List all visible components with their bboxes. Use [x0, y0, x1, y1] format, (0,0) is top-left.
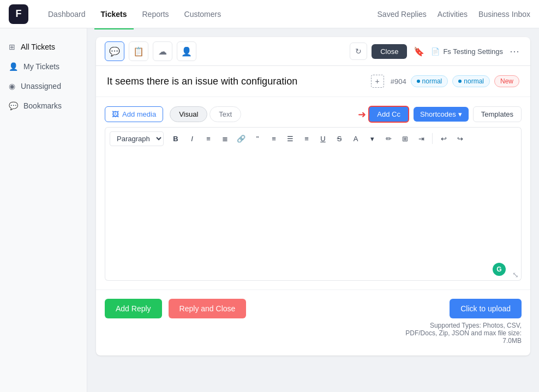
sidebar-label-unassigned: Unassigned [21, 82, 61, 91]
activity-view-btn[interactable]: ☁ [153, 41, 172, 61]
sidebar: ⊞ All Tickets 👤 My Tickets ◉ Unassigned … [0, 28, 87, 392]
settings-link[interactable]: 📄 Fs Testing Settings [431, 47, 503, 56]
ticket-toolbar: 💬 📋 ☁ 👤 ↻ Close 🔖 📄 Fs Testing Settings … [96, 37, 530, 66]
priority-dot [417, 80, 420, 83]
person-icon: 👤 [9, 62, 18, 71]
ticket-panel: 💬 📋 ☁ 👤 ↻ Close 🔖 📄 Fs Testing Settings … [96, 37, 530, 355]
settings-label: Fs Testing Settings [443, 47, 503, 56]
ticket-meta: #904 normal normal New [391, 75, 519, 87]
sidebar-item-unassigned[interactable]: ◉ Unassigned [0, 76, 87, 96]
nav-business-inbox[interactable]: Business Inbox [478, 10, 530, 19]
visual-tab[interactable]: Visual [170, 106, 207, 122]
undo-btn[interactable]: ↩ [436, 131, 451, 146]
shortcodes-btn[interactable]: Shortcodes ▾ [414, 107, 469, 122]
ticket-header: It seems there is an issue with configur… [96, 66, 530, 97]
user-view-btn[interactable]: 👤 [177, 41, 196, 61]
table-btn[interactable]: ⊞ [397, 131, 412, 146]
ticket-number: #904 [391, 77, 406, 86]
top-nav: F Dashboard Tickets Reports Customers Sa… [0, 0, 539, 28]
sidebar-label-bookmarks: Bookmarks [23, 101, 62, 110]
font-color-btn[interactable]: A [348, 131, 363, 146]
underline-btn[interactable]: U [315, 131, 331, 146]
chevron-down-icon: ▾ [458, 110, 462, 118]
bookmark-icon: 💬 [9, 101, 18, 110]
add-cc-btn[interactable]: Add Cc [368, 106, 409, 123]
shortcodes-label: Shortcodes [420, 110, 456, 118]
text-tab[interactable]: Text [209, 106, 241, 122]
paragraph-select[interactable]: Paragraph [110, 131, 164, 146]
add-cc-arrow: ➜ [358, 108, 366, 120]
sidebar-item-bookmarks[interactable]: 💬 Bookmarks [0, 96, 87, 116]
ticket-title: It seems there is an issue with configur… [107, 76, 364, 87]
editor-toolbar: Paragraph B I ≡ ≣ 🔗 " ≡ ☰ ≡ U S A ▾ ✏ [105, 127, 522, 149]
refresh-btn[interactable]: ↻ [350, 43, 367, 60]
priority-label: normal [422, 77, 442, 85]
more-options-btn[interactable]: ⋯ [507, 43, 522, 59]
details-view-btn[interactable]: 📋 [129, 41, 148, 61]
add-media-label: Add media [122, 110, 156, 118]
logo-icon: F [16, 8, 22, 20]
grid-icon: ⊞ [9, 43, 15, 51]
editor-body[interactable] [105, 149, 521, 280]
layout: ⊞ All Tickets 👤 My Tickets ◉ Unassigned … [0, 28, 539, 392]
strikethrough-btn[interactable]: S [332, 131, 347, 146]
highlight-btn[interactable]: ✏ [381, 131, 396, 146]
nav-tickets[interactable]: Tickets [94, 7, 134, 22]
action-bar: Add Reply Reply and Close Click to uploa… [96, 290, 530, 355]
nav-activities[interactable]: Activities [438, 10, 468, 19]
indent-btn[interactable]: ⇥ [414, 131, 429, 146]
eye-icon: ◉ [9, 82, 15, 91]
sidebar-item-all-tickets[interactable]: ⊞ All Tickets [0, 37, 87, 57]
nav-dashboard[interactable]: Dashboard [41, 7, 92, 22]
text-editor: G ⤡ [105, 149, 522, 281]
italic-btn[interactable]: I [184, 131, 200, 146]
nav-saved-replies[interactable]: Saved Replies [378, 10, 427, 19]
add-reply-btn[interactable]: Add Reply [105, 299, 162, 318]
align-left-btn[interactable]: ≡ [266, 131, 282, 146]
upload-area: Click to upload Supported Types: Photos,… [402, 299, 522, 345]
editor-tabs: 🖼 Add media Visual Text ➜ Add Cc Shortco… [105, 106, 522, 123]
grammarly-icon: G [493, 263, 506, 276]
upload-btn[interactable]: Click to upload [450, 299, 522, 318]
image-icon: 🖼 [112, 110, 119, 118]
nav-customers[interactable]: Customers [178, 7, 228, 22]
font-color-arrow[interactable]: ▾ [364, 131, 380, 146]
align-right-btn[interactable]: ≡ [299, 131, 314, 146]
toolbar-divider [432, 133, 433, 144]
nav-right: Saved Replies Activities Business Inbox [378, 10, 530, 19]
main-content: 💬 📋 ☁ 👤 ↻ Close 🔖 📄 Fs Testing Settings … [87, 28, 539, 392]
nav-links: Dashboard Tickets Reports Customers [41, 7, 378, 22]
status-badge[interactable]: normal [452, 75, 490, 87]
status-label: normal [464, 77, 484, 85]
reply-close-btn[interactable]: Reply and Close [169, 299, 247, 318]
align-center-btn[interactable]: ☰ [283, 131, 298, 146]
sidebar-item-my-tickets[interactable]: 👤 My Tickets [0, 57, 87, 76]
link-btn[interactable]: 🔗 [233, 131, 249, 146]
templates-btn[interactable]: Templates [473, 106, 522, 122]
sidebar-label-my-tickets: My Tickets [23, 62, 59, 71]
bold-btn[interactable]: B [168, 131, 183, 146]
status-dot [458, 80, 462, 83]
chat-view-btn[interactable]: 💬 [105, 41, 124, 61]
bookmark-icon[interactable]: 🔖 [414, 46, 424, 57]
settings-file-icon: 📄 [431, 47, 440, 56]
unordered-list-btn[interactable]: ≡ [201, 131, 216, 146]
ordered-list-btn[interactable]: ≣ [217, 131, 232, 146]
add-tag-btn[interactable]: + [371, 75, 384, 88]
resize-handle[interactable]: ⤡ [512, 270, 519, 279]
upload-hint: Supported Types: Photos, CSV, PDF/Docs, … [402, 322, 522, 345]
redo-btn[interactable]: ↪ [452, 131, 468, 146]
logo[interactable]: F [9, 4, 28, 24]
nav-reports[interactable]: Reports [136, 7, 176, 22]
priority-badge[interactable]: normal [411, 75, 448, 87]
add-media-btn[interactable]: 🖼 Add media [105, 106, 163, 122]
new-badge[interactable]: New [494, 75, 519, 87]
close-ticket-btn[interactable]: Close [372, 44, 407, 59]
editor-container: 🖼 Add media Visual Text ➜ Add Cc Shortco… [96, 97, 530, 290]
quote-btn[interactable]: " [250, 131, 265, 146]
sidebar-label-all-tickets: All Tickets [21, 43, 55, 51]
